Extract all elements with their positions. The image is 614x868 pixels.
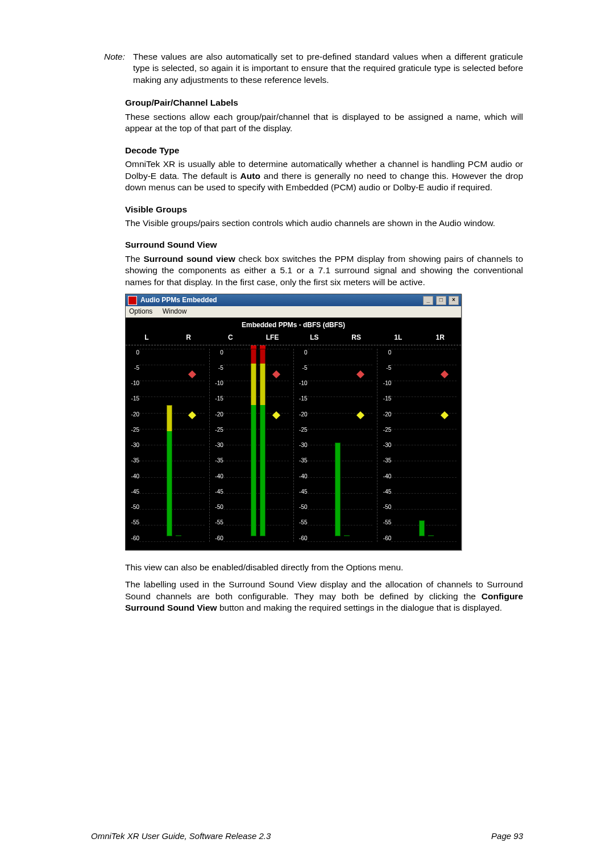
tick-label: -35 [294, 457, 308, 464]
meter-bar [176, 535, 181, 536]
tick-label: -55 [294, 519, 308, 526]
tick-label: -10 [126, 379, 139, 387]
tick-label: -50 [126, 503, 139, 511]
tick-label: -45 [294, 488, 308, 495]
tick-label: -30 [210, 441, 223, 449]
tick-label: -50 [294, 503, 308, 511]
menubar: Options Window [126, 306, 461, 318]
tick-label: 0 [126, 349, 139, 356]
tick-label: -40 [377, 473, 391, 480]
tick-label: -15 [210, 395, 223, 402]
tick-label: -25 [126, 426, 139, 433]
heading: Decode Type [125, 145, 523, 156]
marker-diamond-icon [356, 411, 364, 419]
menu-options[interactable]: Options [129, 307, 152, 315]
footer-right: Page 93 [491, 831, 523, 841]
page-footer: OmniTek XR User Guide, Software Release … [91, 831, 523, 841]
paragraph: The Surround sound view check box switch… [125, 253, 523, 288]
tick-label: -60 [377, 535, 391, 542]
paragraph: This view can also be enabled/disabled d… [125, 562, 523, 573]
meter-bar [335, 443, 341, 536]
tick-label: -35 [126, 457, 139, 464]
minimize-button[interactable]: _ [423, 296, 433, 305]
bar-group [335, 349, 350, 536]
bar-group [419, 349, 434, 536]
meter-bar [428, 535, 434, 536]
tick-label: -30 [377, 441, 391, 449]
channel-headers: LR CLFE LSRS 1L1R [126, 333, 461, 345]
app-icon [128, 296, 137, 305]
menu-window[interactable]: Window [163, 307, 187, 315]
window-title: Audio PPMs Embedded [140, 296, 217, 305]
text: The [125, 254, 143, 264]
tick-label: -10 [377, 379, 391, 387]
meter-pair: 0-5-10-15-20-25-30-35-40-45-50-55-60 [126, 349, 209, 542]
scale: 0-5-10-15-20-25-30-35-40-45-50-55-60 [210, 349, 225, 542]
meter-bar [260, 349, 265, 536]
tick-label: -25 [294, 426, 308, 433]
paragraph: These sections allow each group/pair/cha… [125, 111, 523, 135]
channel-label: C [210, 333, 252, 343]
text-bold: Surround sound view [143, 254, 235, 264]
note-body: These values are also automatically set … [133, 51, 523, 86]
channel-label: L [126, 333, 168, 343]
tick-label: -60 [294, 535, 308, 542]
tick-label: -20 [377, 411, 391, 418]
channel-label: 1R [419, 333, 461, 343]
tick-label: -55 [126, 519, 139, 526]
tick-label: -15 [377, 395, 391, 402]
channel-label: 1L [377, 333, 420, 343]
marker-diamond-icon [441, 411, 449, 419]
meters-row: 0-5-10-15-20-25-30-35-40-45-50-55-600-5-… [126, 345, 461, 542]
meter-pair: 0-5-10-15-20-25-30-35-40-45-50-55-60 [377, 349, 461, 542]
meter-pair: 0-5-10-15-20-25-30-35-40-45-50-55-60 [293, 349, 377, 542]
tick-label: -20 [210, 411, 223, 418]
marker-diamond-icon [188, 411, 196, 419]
close-button[interactable]: × [449, 296, 459, 305]
tick-label: -5 [126, 364, 139, 372]
tick-label: -25 [210, 426, 223, 433]
tick-label: -5 [210, 364, 223, 372]
heading: Group/Pair/Channel Labels [125, 97, 523, 108]
audio-ppm-screenshot: Audio PPMs Embedded _ □ × Options Window… [125, 294, 462, 550]
section-labels: Group/Pair/Channel Labels These sections… [125, 97, 523, 134]
marker-diamond-icon [356, 370, 364, 378]
meter-bar [419, 520, 425, 536]
bar-group [167, 349, 181, 536]
footer-left: OmniTek XR User Guide, Software Release … [91, 831, 271, 841]
meter-bar [344, 535, 350, 536]
note-block: Note: These values are also automaticall… [125, 51, 523, 86]
channel-label: R [168, 333, 210, 343]
tick-label: -30 [294, 441, 308, 449]
scale: 0-5-10-15-20-25-30-35-40-45-50-55-60 [294, 349, 309, 542]
tick-label: -5 [294, 364, 308, 372]
paragraph: The Visible groups/pairs section control… [125, 218, 523, 229]
tick-label: -40 [126, 473, 139, 480]
marker-diamond-icon [272, 411, 280, 419]
tick-label: -5 [377, 364, 391, 372]
tick-label: -35 [377, 457, 391, 464]
paragraph: The labelling used in the Surround Sound… [125, 579, 523, 614]
text: The labelling used in the Surround Sound… [125, 579, 523, 600]
meter-bar [167, 405, 172, 536]
marker-diamond-icon [188, 370, 196, 378]
tick-label: -45 [126, 488, 139, 495]
tick-label: -55 [210, 519, 223, 526]
tick-label: -50 [377, 503, 391, 511]
tick-label: -10 [294, 379, 308, 387]
channel-label: RS [335, 333, 377, 343]
tick-label: -60 [126, 535, 139, 542]
text-bold: Auto [240, 171, 260, 181]
tick-label: -45 [377, 488, 391, 495]
maximize-button[interactable]: □ [436, 296, 446, 305]
ppm-title: Embedded PPMs - dBFS (dBFS) [126, 318, 461, 333]
heading: Surround Sound View [125, 239, 523, 251]
scale: 0-5-10-15-20-25-30-35-40-45-50-55-60 [126, 349, 141, 542]
tick-label: -30 [126, 441, 139, 449]
tick-label: -20 [294, 411, 308, 418]
meter-bar [251, 349, 256, 536]
section-visible: Visible Groups The Visible groups/pairs … [125, 204, 523, 229]
channel-label: LS [293, 333, 335, 343]
window-titlebar: Audio PPMs Embedded _ □ × [126, 294, 461, 306]
note-label: Note: [91, 51, 133, 86]
